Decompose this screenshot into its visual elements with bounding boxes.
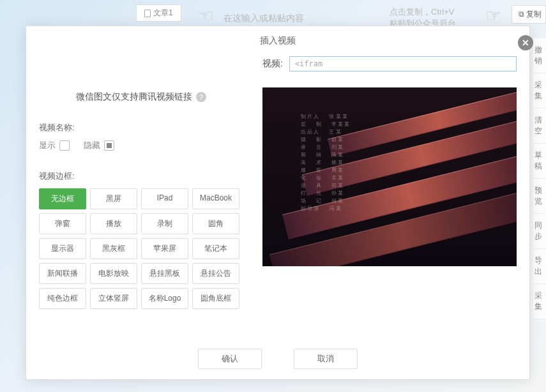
tab-label: 文章1 [153,8,173,19]
frame-option-button[interactable]: 立体竖屏 [90,288,137,309]
frame-option-button[interactable]: 圆角底框 [192,288,239,309]
frame-options-grid: 无边框黑屏IPadMacBook弹窗播放录制圆角显示器黑灰框苹果屏笔记本新闻联播… [39,188,243,309]
show-label: 显示 [39,140,56,151]
frame-option-button[interactable]: 纯色边框 [39,288,86,309]
video-input-label: 视频: [262,58,283,70]
video-input-row: 视频: [262,53,517,72]
frame-option-button[interactable]: 显示器 [39,238,86,259]
modal-body: 微信图文仅支持腾讯视频链接 ? 视频名称: 显示 隐藏 视频边框: 无边框黑屏I… [26,53,529,340]
sidebar-item[interactable]: 草稿 [533,144,546,179]
frame-option-button[interactable]: 播放 [90,213,137,234]
hide-label: 隐藏 [84,140,100,151]
frame-label: 视频边框: [39,170,243,182]
copy-button[interactable]: ⧉ 复制 [512,5,546,24]
cancel-button[interactable]: 取消 [294,349,358,369]
close-icon: ✕ [522,38,529,48]
show-checkbox[interactable] [59,140,70,151]
video-preview[interactable]: 制 片 人 张 某 某 监 制 李 某 某 出 品 人 王 某 摄 影 赵 某 … [262,87,517,266]
frame-option-button[interactable]: 名称Logo [141,288,188,309]
frame-option-button[interactable]: 悬挂公告 [192,263,239,284]
frame-option-button[interactable]: 苹果屏 [141,238,188,259]
doc-tab[interactable]: 文章1 [136,4,181,22]
video-name-label: 视频名称: [39,122,243,133]
left-panel: 微信图文仅支持腾讯视频链接 ? 视频名称: 显示 隐藏 视频边框: 无边框黑屏I… [39,53,243,333]
modal-title: 插入视频 [260,35,296,45]
frame-option-button[interactable]: 黑灰框 [90,238,137,259]
sidebar-item[interactable]: 撤销 [533,38,546,73]
copy-button-label: ⧉ 复制 [519,10,542,19]
video-url-input[interactable] [289,56,517,72]
document-icon [144,10,151,17]
frame-option-button[interactable]: 弹窗 [39,213,86,234]
name-visibility-row: 显示 隐藏 [39,140,243,151]
modal-footer: 确认 取消 [26,340,529,379]
frame-option-button[interactable]: 无边框 [39,188,86,209]
sidebar-item[interactable]: 采集 [533,73,546,109]
frame-option-button[interactable]: 悬挂黑板 [141,263,188,284]
frame-option-button[interactable]: 电影放映 [90,263,137,284]
frame-option-button[interactable]: 录制 [141,213,188,234]
sidebar-item[interactable]: 采集 [533,284,546,319]
confirm-button[interactable]: 确认 [198,349,262,369]
hide-checkbox[interactable] [104,140,114,151]
right-panel: 视频: 制 片 人 张 某 某 监 制 李 某 某 出 品 人 王 某 摄 影 … [243,53,517,333]
frame-option-button[interactable]: IPad [141,188,188,209]
frame-option-button[interactable]: 新闻联播 [39,263,86,284]
sidebar-item[interactable]: 清空 [533,109,546,144]
pointer-icon: ☜ [198,5,214,26]
sidebar-item[interactable]: 同步 [533,214,546,249]
video-credits: 制 片 人 张 某 某 监 制 李 某 某 出 品 人 王 某 摄 影 赵 某 … [301,113,349,213]
modal-header: 插入视频 ✕ [26,26,529,53]
sidebar-item[interactable]: 预览 [533,179,546,214]
frame-option-button[interactable]: MacBook [192,188,239,209]
input-hint: 在这输入或粘贴内容 [224,13,304,24]
insert-video-modal: 插入视频 ✕ 微信图文仅支持腾讯视频链接 ? 视频名称: 显示 隐藏 视频边框:… [26,26,530,380]
frame-option-button[interactable]: 笔记本 [192,238,239,259]
sidebar-item[interactable]: 导出 [533,249,546,284]
pointer-icon-right: ☞ [485,5,501,26]
frame-option-button[interactable]: 圆角 [192,213,239,234]
frame-option-button[interactable]: 黑屏 [90,188,137,209]
close-button[interactable]: ✕ [518,35,533,50]
help-icon[interactable]: ? [196,92,206,102]
right-sidebar: 撤销采集清空草稿预览同步导出采集 [533,38,546,319]
support-note: 微信图文仅支持腾讯视频链接 ? [39,91,243,103]
